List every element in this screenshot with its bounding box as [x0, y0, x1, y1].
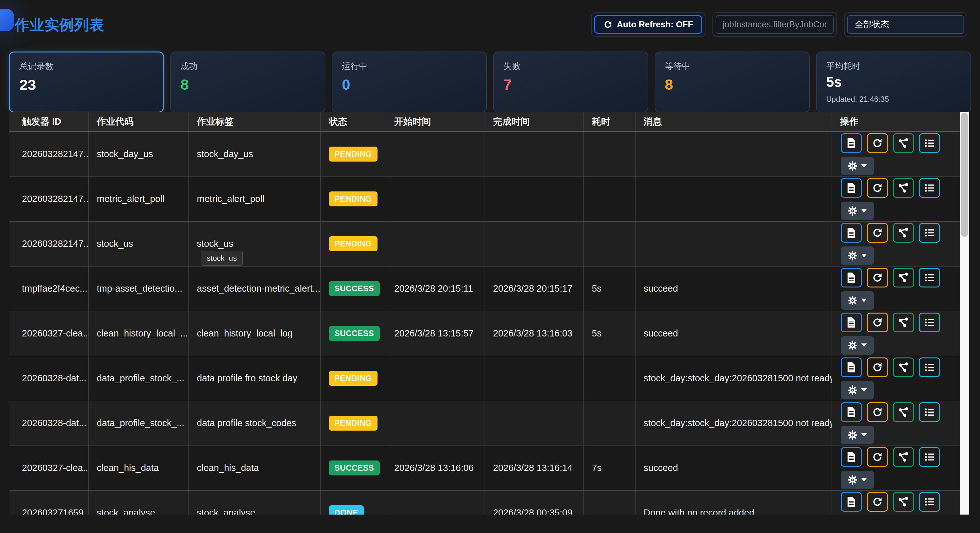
dag-button[interactable] — [893, 357, 914, 377]
view-log-button[interactable] — [841, 178, 862, 198]
stat-card[interactable]: 等待中 8 — [655, 51, 810, 113]
view-log-button[interactable] — [841, 313, 862, 332]
vertical-scrollbar[interactable] — [960, 112, 969, 515]
cell-start-time — [386, 221, 485, 266]
cell-job-label: stock_day_us — [188, 132, 320, 177]
view-log-button[interactable] — [841, 223, 862, 243]
table-row: 20260327-clea... clean_his_data clean_hi… — [9, 445, 960, 490]
status-select[interactable]: 全部状态 — [847, 15, 964, 34]
list-icon — [924, 182, 935, 193]
list-icon — [924, 362, 935, 373]
cell-actions — [832, 401, 960, 445]
document-icon — [846, 362, 856, 372]
dag-button[interactable] — [893, 402, 914, 422]
details-button[interactable] — [919, 268, 940, 287]
dag-button[interactable] — [893, 268, 914, 287]
more-actions-button[interactable] — [841, 157, 874, 175]
dag-button[interactable] — [893, 313, 914, 332]
dag-button[interactable] — [893, 178, 914, 198]
redo-icon — [872, 272, 883, 283]
cell-status: PENDING — [320, 356, 386, 401]
rerun-button[interactable] — [867, 447, 888, 467]
share-nodes-icon — [898, 496, 909, 507]
redo-icon — [872, 317, 883, 328]
cell-job-code: stock_day_us — [88, 132, 188, 177]
dag-button[interactable] — [893, 133, 914, 153]
details-button[interactable] — [919, 223, 940, 243]
cell-job-label: data profile stock_codes — [188, 401, 320, 445]
auto-refresh-button[interactable]: Auto Refresh: OFF — [594, 15, 702, 34]
list-icon — [924, 317, 935, 328]
details-button[interactable] — [919, 313, 940, 332]
share-nodes-icon — [898, 317, 909, 328]
view-log-button[interactable] — [841, 447, 862, 467]
document-icon — [846, 497, 856, 507]
details-button[interactable] — [919, 178, 940, 198]
caret-down-icon — [861, 254, 867, 257]
details-button[interactable] — [919, 447, 940, 467]
cell-start-time — [386, 177, 485, 221]
more-actions-button[interactable] — [841, 426, 874, 444]
dag-button[interactable] — [893, 223, 914, 243]
cell-start-time — [386, 490, 485, 515]
more-actions-button[interactable] — [841, 246, 874, 265]
table-row: 202603282147... stock_day_us stock_day_u… — [9, 132, 960, 177]
rerun-button[interactable] — [867, 178, 888, 198]
view-log-button[interactable] — [841, 357, 862, 377]
rerun-button[interactable] — [867, 133, 888, 153]
job-instances-table-zone: 触发器 ID作业代码作业标签状态开始时间完成时间耗时消息操作 202603282… — [9, 112, 969, 515]
more-actions-button[interactable] — [841, 336, 874, 354]
more-actions-button[interactable] — [841, 291, 874, 310]
rerun-button[interactable] — [867, 492, 888, 512]
more-actions-button[interactable] — [841, 471, 874, 489]
dag-button[interactable] — [893, 447, 914, 467]
rerun-button[interactable] — [867, 357, 888, 377]
filter-input[interactable] — [716, 15, 834, 34]
status-select-wrap: 全部状态 — [844, 12, 967, 37]
details-button[interactable] — [919, 133, 940, 153]
list-icon — [924, 407, 935, 418]
rerun-button[interactable] — [867, 402, 888, 422]
view-log-button[interactable] — [841, 492, 862, 512]
cell-job-label: clean_his_data — [188, 445, 320, 490]
view-log-button[interactable] — [841, 268, 862, 287]
stat-card[interactable]: 平均耗时 5s Updated: 21:46:35 — [816, 51, 971, 113]
view-log-button[interactable] — [841, 133, 862, 153]
list-icon — [924, 272, 935, 283]
cell-finish-time — [485, 356, 584, 401]
details-button[interactable] — [919, 402, 940, 422]
auto-refresh-wrap: Auto Refresh: OFF — [591, 12, 705, 37]
status-badge: PENDING — [329, 191, 377, 206]
more-actions-button[interactable] — [841, 381, 874, 399]
stat-card[interactable]: 失败 7 — [493, 51, 648, 113]
details-button[interactable] — [919, 357, 940, 377]
table-row: 202603282147... metric_alert_poll metric… — [9, 177, 960, 221]
cell-duration: 7s — [584, 445, 635, 490]
status-badge: PENDING — [329, 147, 377, 161]
cell-trigger-id: tmpffae2f4cec... — [9, 266, 88, 311]
rerun-button[interactable] — [867, 223, 888, 243]
status-badge: DONE — [329, 505, 364, 515]
cell-actions — [832, 356, 960, 401]
view-log-button[interactable] — [841, 402, 862, 422]
document-icon — [846, 138, 856, 148]
cell-job-code: stock_us — [88, 221, 188, 266]
auto-refresh-label: Auto Refresh: OFF — [617, 20, 693, 30]
stat-card[interactable]: 成功 8 — [170, 51, 325, 113]
rerun-button[interactable] — [867, 268, 888, 287]
scrollbar-thumb[interactable] — [961, 113, 968, 237]
details-button[interactable] — [919, 492, 940, 512]
stat-card[interactable]: 总记录数 23 — [9, 51, 164, 113]
cell-duration: 5s — [584, 311, 635, 356]
more-actions-button[interactable] — [841, 202, 874, 220]
stat-label: 等待中 — [665, 61, 800, 72]
dag-button[interactable] — [893, 492, 914, 512]
job-label-text: data profile stock_codes — [197, 418, 296, 428]
stat-card[interactable]: 运行中 0 — [332, 51, 487, 113]
rerun-button[interactable] — [867, 313, 888, 332]
job-instances-table: 触发器 ID作业代码作业标签状态开始时间完成时间耗时消息操作 202603282… — [9, 112, 960, 515]
cell-duration — [584, 132, 635, 177]
cell-start-time: 2026/3/28 20:15:11 — [386, 266, 485, 311]
cell-start-time — [386, 401, 485, 445]
caret-down-icon — [861, 388, 867, 392]
